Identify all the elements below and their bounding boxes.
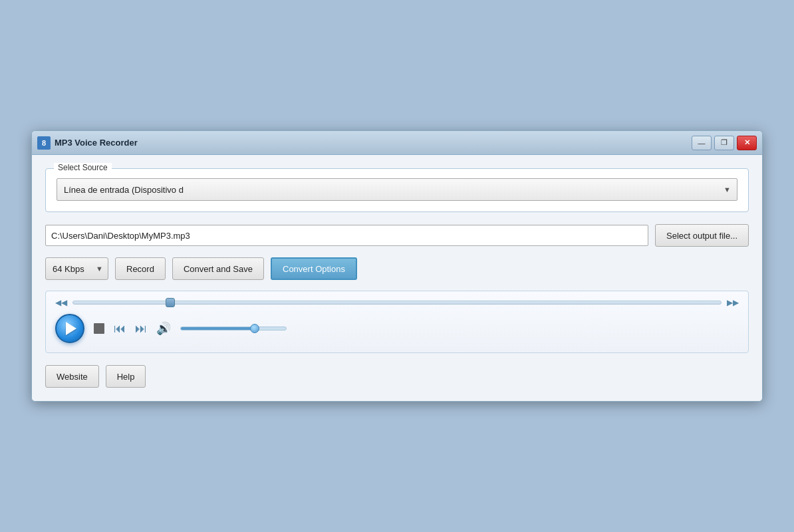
- file-row: Select output file...: [45, 224, 749, 247]
- player-controls: ⏮ ⏭ 🔊: [55, 314, 739, 343]
- skip-forward-button[interactable]: ⏭: [135, 322, 147, 336]
- window-body: Select Source Línea de entrada (Disposit…: [32, 155, 762, 401]
- convert-save-button[interactable]: Convert and Save: [172, 257, 264, 280]
- source-select-wrapper: Línea de entrada (Dispositivo d Micropho…: [57, 178, 737, 201]
- skip-back-icon: ⏮: [114, 322, 126, 336]
- player-area: ◀◀ ▶▶ ⏮ ⏭: [45, 291, 749, 353]
- window-title: MP3 Voice Recorder: [55, 138, 692, 148]
- volume-thumb[interactable]: [250, 324, 259, 333]
- bottom-row: Website Help: [45, 365, 749, 388]
- help-button[interactable]: Help: [106, 365, 146, 388]
- stop-button[interactable]: [94, 323, 104, 334]
- maximize-button[interactable]: ❐: [714, 136, 734, 150]
- website-button[interactable]: Website: [45, 365, 99, 388]
- source-select[interactable]: Línea de entrada (Dispositivo d Micropho…: [57, 178, 737, 201]
- controls-row: 32 Kbps 64 Kbps 128 Kbps 192 Kbps 320 Kb…: [45, 257, 749, 280]
- main-window: 8 MP3 Voice Recorder — ❐ ✕ Select Source…: [31, 130, 763, 402]
- volume-icon: 🔊: [156, 321, 171, 336]
- play-icon: [66, 322, 76, 335]
- volume-icon-button[interactable]: 🔊: [156, 321, 171, 336]
- fast-forward-icon: ▶▶: [727, 298, 739, 307]
- stop-icon: [94, 323, 104, 334]
- title-bar: 8 MP3 Voice Recorder — ❐ ✕: [32, 131, 762, 155]
- close-button[interactable]: ✕: [737, 136, 757, 150]
- select-output-button[interactable]: Select output file...: [655, 224, 749, 247]
- skip-back-button[interactable]: ⏮: [114, 322, 126, 336]
- record-button[interactable]: Record: [115, 257, 166, 280]
- app-icon: 8: [37, 136, 51, 150]
- source-group: Select Source Línea de entrada (Disposit…: [45, 168, 749, 212]
- bitrate-select[interactable]: 32 Kbps 64 Kbps 128 Kbps 192 Kbps 320 Kb…: [45, 257, 108, 280]
- seek-track[interactable]: [72, 301, 722, 305]
- skip-forward-icon: ⏭: [135, 322, 147, 336]
- source-group-label: Select Source: [54, 163, 112, 172]
- seek-thumb[interactable]: [166, 298, 175, 307]
- seek-bar-row: ◀◀ ▶▶: [55, 298, 739, 307]
- volume-slider[interactable]: [180, 327, 287, 331]
- window-controls: — ❐ ✕: [692, 136, 757, 150]
- play-button[interactable]: [55, 314, 84, 343]
- output-path-input[interactable]: [45, 225, 648, 246]
- rewind-icon: ◀◀: [55, 298, 67, 307]
- convert-options-button[interactable]: Convert Options: [271, 257, 357, 280]
- minimize-button[interactable]: —: [692, 136, 712, 150]
- bitrate-wrapper: 32 Kbps 64 Kbps 128 Kbps 192 Kbps 320 Kb…: [45, 257, 108, 280]
